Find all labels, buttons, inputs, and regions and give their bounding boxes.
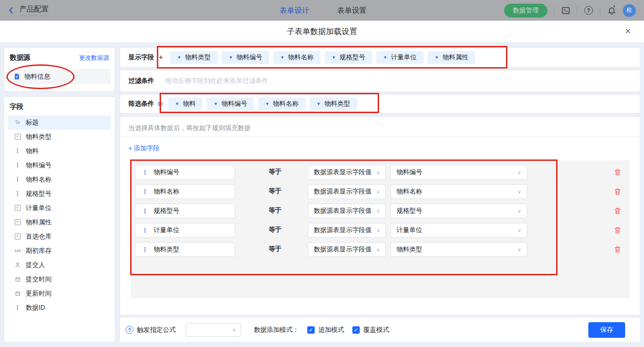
- data-manage-button[interactable]: 数据管理: [504, 4, 547, 17]
- chevron-down-icon: ∨: [232, 327, 236, 333]
- screening-field-tag[interactable]: ▼物料: [168, 97, 203, 110]
- dropdown-triangle-icon: ▼: [229, 55, 233, 60]
- close-icon[interactable]: ×: [622, 26, 634, 38]
- field-item[interactable]: I 规格型号: [8, 187, 111, 201]
- date-field-icon: [13, 290, 22, 296]
- add-display-field-icon[interactable]: +: [159, 53, 163, 62]
- dropdown-triangle-icon: ▼: [435, 55, 439, 60]
- rule-source-select[interactable]: 数据源表显示字段值∨: [308, 223, 386, 238]
- field-item[interactable]: I 物料编号: [8, 158, 111, 172]
- rule-field-box[interactable]: I 物料类型: [135, 242, 235, 257]
- delete-rule-icon[interactable]: [614, 245, 621, 253]
- chevron-down-icon: ∨: [376, 247, 380, 253]
- text-field-icon: I: [141, 227, 149, 234]
- display-fields-row: 显示字段 + ▼物料类型 ▼物料编号 ▼物料名称 ▼规格型号 ▼计量单位 ▼物料…: [120, 47, 640, 68]
- display-field-tag[interactable]: ▼物料类型: [170, 51, 218, 64]
- add-field-button[interactable]: + 添加字段: [128, 144, 160, 153]
- display-field-tag[interactable]: ▼规格型号: [325, 51, 372, 64]
- field-item[interactable]: ∨ 计量单位: [8, 201, 111, 215]
- field-item[interactable]: ∨ 物料类型: [8, 130, 111, 144]
- field-item[interactable]: ∨ 物料属性: [8, 215, 111, 229]
- app-screen: 产品配置 表单设计 表单设置 数据管理 A ? 检 子表单数据加载设置 × 数据…: [0, 0, 644, 347]
- filter-drop-zone[interactable]: 拖动左侧字段到此处来添加过滤条件: [165, 77, 268, 85]
- text-field-icon: I: [141, 188, 149, 195]
- equals-label: 等于: [269, 245, 282, 253]
- document-icon: [13, 73, 20, 80]
- dropdown-triangle-icon: ▼: [175, 102, 179, 106]
- screening-field-tag[interactable]: ▼物料类型: [310, 97, 357, 110]
- rule-value-select[interactable]: 物料编号∨: [391, 165, 527, 180]
- fields-list: T≡ 标题 ∨ 物料类型 I 物料 I 物料编号 I 物料名称 I 规格型号: [8, 115, 111, 315]
- field-item-title[interactable]: T≡ 标题: [8, 115, 111, 130]
- help-icon[interactable]: ?: [584, 6, 593, 15]
- delete-rule-icon[interactable]: [614, 226, 621, 234]
- field-item[interactable]: 123 期初库存: [8, 244, 111, 258]
- rule-field-box[interactable]: I 物料名称: [135, 184, 235, 199]
- field-item[interactable]: 提交时间: [8, 272, 111, 286]
- tab-form-design[interactable]: 表单设计: [280, 0, 309, 21]
- chevron-down-icon: ∨: [518, 228, 521, 233]
- rule-value-select[interactable]: 物料名称∨: [391, 184, 527, 199]
- rule-field-box[interactable]: I 物料编号: [135, 165, 235, 180]
- glossary-icon[interactable]: A: [561, 6, 570, 15]
- divider: [120, 137, 640, 137]
- screening-field-tag[interactable]: ▼物料名称: [258, 97, 305, 110]
- delete-rule-icon[interactable]: [614, 168, 621, 176]
- back-chevron-icon: [7, 6, 15, 14]
- delete-rule-icon[interactable]: [614, 188, 621, 195]
- rule-field-box[interactable]: I 规格型号: [135, 204, 235, 218]
- select-field-icon: ∨: [13, 205, 22, 211]
- rule-source-select[interactable]: 数据源表显示字段值∨: [308, 242, 386, 257]
- mode-label: 数据添加模式：: [254, 326, 299, 334]
- equals-label: 等于: [269, 206, 282, 215]
- overwrite-mode-checkbox[interactable]: ✓ 覆盖模式: [352, 326, 389, 334]
- rule-value-select[interactable]: 规格型号∨: [391, 204, 527, 218]
- display-field-tag[interactable]: ▼计量单位: [376, 51, 424, 64]
- text-field-icon: I: [13, 176, 22, 183]
- modal-title: 子表单数据加载设置: [0, 21, 644, 43]
- field-item[interactable]: I 数据ID: [8, 301, 111, 315]
- rule-source-select[interactable]: 数据源表显示字段值∨: [308, 184, 386, 199]
- display-field-tag[interactable]: ▼物料属性: [428, 51, 475, 64]
- help-circle-icon[interactable]: ?: [126, 326, 133, 334]
- user-avatar[interactable]: 检: [623, 4, 636, 17]
- filter-condition-label: 过滤条件: [128, 77, 154, 85]
- field-item[interactable]: ∨ 首选仓库: [8, 229, 111, 244]
- back-button[interactable]: 产品配置: [7, 0, 49, 21]
- field-item[interactable]: 更新时间: [8, 286, 111, 301]
- rule-value-select[interactable]: 物料类型∨: [391, 242, 527, 257]
- rule-source-select[interactable]: 数据源表显示字段值∨: [308, 204, 386, 218]
- display-field-tag[interactable]: ▼物料名称: [273, 51, 321, 64]
- chevron-down-icon: ∨: [518, 189, 521, 195]
- rule-row: I 物料编号 等于 数据源表显示字段值∨ 物料编号∨: [131, 165, 630, 180]
- notification-bell-icon[interactable]: [607, 6, 616, 15]
- field-item[interactable]: 提交人: [8, 258, 111, 272]
- rule-field-box[interactable]: I 计量单位: [135, 223, 235, 238]
- field-item[interactable]: I 物料名称: [8, 172, 111, 187]
- select-field-icon: ∨: [13, 134, 22, 140]
- append-mode-checkbox[interactable]: ✓ 追加模式: [307, 326, 344, 334]
- datasource-panel: 数据源 更改数据源 物料信息: [4, 47, 115, 91]
- rule-row: I 计量单位 等于 数据源表显示字段值∨ 计量单位∨: [131, 223, 630, 238]
- divider: [554, 6, 554, 15]
- datasource-item[interactable]: 物料信息: [8, 69, 111, 84]
- formula-select[interactable]: ∨: [186, 323, 241, 337]
- user-field-icon: [13, 262, 22, 268]
- gear-icon[interactable]: ⚙: [157, 100, 163, 108]
- chevron-down-icon: ∨: [376, 228, 380, 233]
- screening-field-tag[interactable]: ▼物料编号: [207, 97, 254, 110]
- field-item[interactable]: I 物料: [8, 144, 111, 158]
- rule-row: I 物料名称 等于 数据源表显示字段值∨ 物料名称∨: [131, 184, 630, 199]
- text-field-icon: I: [141, 169, 149, 176]
- change-datasource-link[interactable]: 更改数据源: [79, 54, 109, 62]
- delete-rule-icon[interactable]: [614, 207, 621, 215]
- svg-text:A: A: [565, 8, 568, 13]
- save-button[interactable]: 保存: [588, 322, 625, 338]
- display-field-tag[interactable]: ▼物料编号: [222, 51, 269, 64]
- dropdown-triangle-icon: ▼: [383, 55, 387, 60]
- rule-source-select[interactable]: 数据源表显示字段值∨: [308, 165, 386, 180]
- modal-footer: ? 触发指定公式 ∨ 数据添加模式： ✓ 追加模式 ✓ 覆盖模式 保存: [120, 317, 640, 342]
- rule-value-select[interactable]: 计量单位∨: [391, 223, 527, 238]
- text-field-icon: I: [13, 148, 22, 154]
- tab-form-settings[interactable]: 表单设置: [337, 0, 367, 21]
